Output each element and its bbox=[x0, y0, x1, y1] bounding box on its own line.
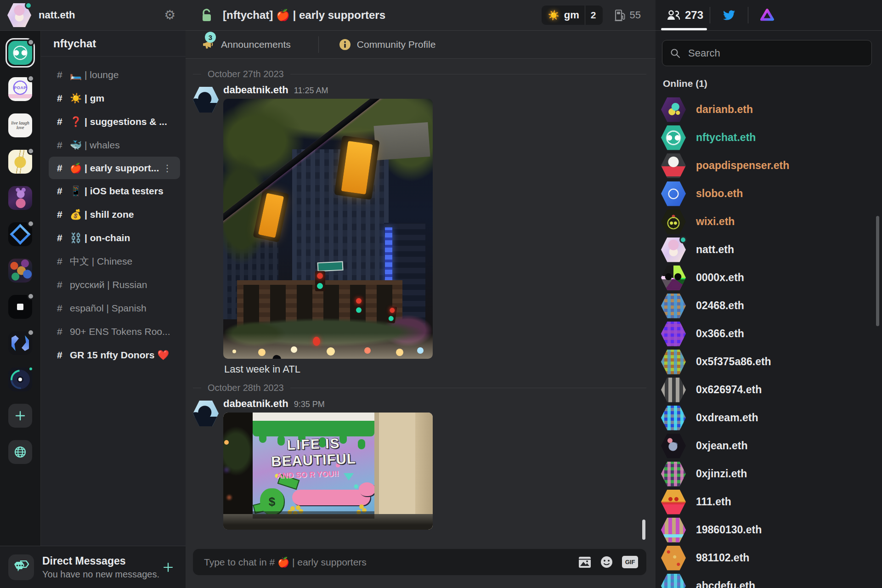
member-item-0000x.eth[interactable]: 0000x.eth bbox=[661, 264, 882, 292]
members-tab[interactable]: 273 bbox=[660, 0, 710, 30]
message-image-atl-night[interactable] bbox=[223, 99, 433, 359]
chat-bubbles-icon bbox=[13, 560, 29, 574]
server-item-planet[interactable] bbox=[8, 150, 32, 174]
member-avatar bbox=[661, 181, 686, 206]
server-item-explore[interactable] bbox=[8, 440, 32, 464]
member-count: 273 bbox=[685, 9, 703, 22]
channel-item-12[interactable]: #GR 15 nfty Donors ❤️ bbox=[41, 343, 186, 367]
member-item-natt.eth[interactable]: natt.eth bbox=[661, 236, 882, 264]
date-divider: October 28th 2023 bbox=[193, 383, 656, 393]
emoji-icon[interactable] bbox=[600, 556, 613, 568]
member-item-darianb.eth[interactable]: darianb.eth bbox=[661, 96, 882, 124]
channel-item-10[interactable]: #español | Spanish bbox=[41, 296, 186, 320]
server-item-city[interactable] bbox=[8, 259, 32, 283]
member-avatar bbox=[661, 350, 686, 374]
message-author-avatar[interactable] bbox=[193, 87, 219, 113]
member-item-nftychat.eth[interactable]: nftychat.eth bbox=[661, 124, 882, 152]
art-shape bbox=[313, 337, 320, 346]
member-name: slobo.eth bbox=[696, 187, 743, 200]
server-icon-explore bbox=[8, 440, 32, 464]
server-item-bunny[interactable] bbox=[8, 186, 32, 210]
tab-announcements[interactable]: 3 Announcements bbox=[202, 38, 291, 51]
member-item-981102.eth[interactable]: 981102.eth bbox=[661, 544, 882, 572]
channel-item-11[interactable]: #90+ ENS Tokens Roo... bbox=[41, 320, 186, 343]
channel-item-7[interactable]: #⛓️ | on-chain bbox=[41, 226, 186, 249]
message-caption: Last week in ATL bbox=[224, 363, 433, 375]
server-icon-bunny bbox=[8, 186, 32, 210]
member-item-0xjinzi.eth[interactable]: 0xjinzi.eth bbox=[661, 460, 882, 488]
zora-link[interactable] bbox=[760, 8, 774, 22]
art-shape bbox=[224, 440, 229, 445]
member-list-scrollbar-thumb[interactable] bbox=[876, 216, 879, 326]
message-image-mural[interactable]: LIFE IS BEAUTIFUL AND SO R YOU!! $ bbox=[223, 413, 433, 530]
current-user-avatar[interactable] bbox=[7, 3, 31, 27]
member-name: 19860130.eth bbox=[696, 524, 762, 536]
member-item-0x626974.eth[interactable]: 0x626974.eth bbox=[661, 376, 882, 404]
tab-community-profile[interactable]: Community Profile bbox=[338, 38, 436, 51]
direct-messages-panel[interactable]: Direct Messages You have no new messages… bbox=[0, 546, 186, 588]
member-item-19860130.eth[interactable]: 19860130.eth bbox=[661, 516, 882, 544]
message-scroll-area[interactable]: October 27th 2023 dabeatnik.eth 11:25 AM bbox=[186, 59, 656, 544]
gif-icon[interactable]: GIF bbox=[622, 556, 638, 568]
member-item-111.eth[interactable]: 111.eth bbox=[661, 488, 882, 516]
attach-image-icon[interactable] bbox=[578, 556, 591, 568]
member-item-0xdream.eth[interactable]: 0xdream.eth bbox=[661, 404, 882, 432]
channel-item-5[interactable]: #📱 | iOS beta testers bbox=[41, 179, 186, 203]
gm-streak-pill[interactable]: ☀️ gm 2 bbox=[542, 6, 603, 25]
member-name: 02468.eth bbox=[696, 300, 744, 312]
channel-item-6[interactable]: #💰 | shill zone bbox=[41, 203, 186, 226]
channel-label: ❓ | suggestions & ... bbox=[70, 116, 179, 127]
server-item-live-laugh-love[interactable]: live laugh love bbox=[8, 113, 32, 137]
message-input[interactable] bbox=[203, 556, 578, 568]
member-item-0x366.eth[interactable]: 0x366.eth bbox=[661, 320, 882, 348]
server-item-diamond[interactable] bbox=[8, 222, 32, 246]
channel-item-0[interactable]: #🛏️ | lounge bbox=[41, 63, 186, 86]
server-name: nftychat bbox=[41, 31, 186, 57]
message-author[interactable]: dabeatnik.eth bbox=[223, 84, 288, 96]
member-item-slobo.eth[interactable]: slobo.eth bbox=[661, 180, 882, 208]
server-rail: POAPlive laugh love bbox=[0, 31, 41, 546]
channel-item-3[interactable]: #🐳 | whales bbox=[41, 133, 186, 157]
twitter-link[interactable] bbox=[722, 9, 736, 21]
member-avatar bbox=[661, 322, 686, 346]
member-item-0x5f375a86.eth[interactable]: 0x5f375a86.eth bbox=[661, 348, 882, 376]
chat-scrollbar-thumb[interactable] bbox=[642, 520, 645, 540]
plus-icon bbox=[14, 410, 26, 422]
hash-prefix: # bbox=[57, 350, 70, 361]
channel-item-9[interactable]: #русский | Russian bbox=[41, 273, 186, 296]
channel-item-1[interactable]: #☀️ | gm bbox=[41, 86, 186, 110]
dm-add-icon[interactable] bbox=[163, 562, 174, 573]
member-avatar bbox=[661, 378, 686, 402]
current-user-header: natt.eth ⚙ bbox=[0, 0, 186, 31]
server-item-ens[interactable] bbox=[8, 331, 32, 355]
hash-prefix: # bbox=[57, 279, 70, 290]
member-item-abcdefu.eth[interactable]: abcdefu.eth bbox=[661, 572, 882, 588]
hash-prefix: # bbox=[57, 232, 70, 243]
art-shape bbox=[354, 296, 363, 315]
member-search-input[interactable] bbox=[687, 47, 864, 60]
channel-item-2[interactable]: #❓ | suggestions & ... bbox=[41, 110, 186, 133]
member-list: darianb.ethnftychat.ethpoapdispenser.eth… bbox=[656, 92, 882, 588]
channel-item-4[interactable]: #🍎 | early support...⋮ bbox=[49, 157, 180, 179]
channel-menu-icon[interactable]: ⋮ bbox=[161, 163, 174, 174]
channel-item-8[interactable]: #中文 | Chinese bbox=[41, 249, 186, 273]
server-item-black-square[interactable] bbox=[8, 295, 32, 319]
member-item-wixi.eth[interactable]: wixi.eth bbox=[661, 208, 882, 236]
art-shape bbox=[374, 413, 433, 530]
server-item-disc[interactable] bbox=[8, 368, 32, 391]
message-head: dabeatnik.eth 11:25 AM bbox=[223, 84, 433, 96]
server-item-nftychat[interactable] bbox=[8, 41, 32, 65]
channel-label: español | Spanish bbox=[70, 303, 179, 314]
member-item-poapdispenser.eth[interactable]: poapdispenser.eth bbox=[661, 152, 882, 180]
message-composer: GIF bbox=[193, 549, 646, 575]
message-author-avatar[interactable] bbox=[193, 401, 219, 426]
server-item-poap[interactable]: POAP bbox=[8, 77, 32, 101]
member-item-0xjean.eth[interactable]: 0xjean.eth bbox=[661, 432, 882, 460]
server-item-add-server[interactable] bbox=[8, 404, 32, 428]
pill-divider bbox=[585, 6, 585, 25]
avatar bbox=[661, 181, 686, 206]
avatar bbox=[661, 406, 686, 430]
message-author[interactable]: dabeatnik.eth bbox=[223, 398, 288, 410]
settings-gear-icon[interactable]: ⚙ bbox=[164, 9, 175, 22]
member-item-02468.eth[interactable]: 02468.eth bbox=[661, 292, 882, 320]
